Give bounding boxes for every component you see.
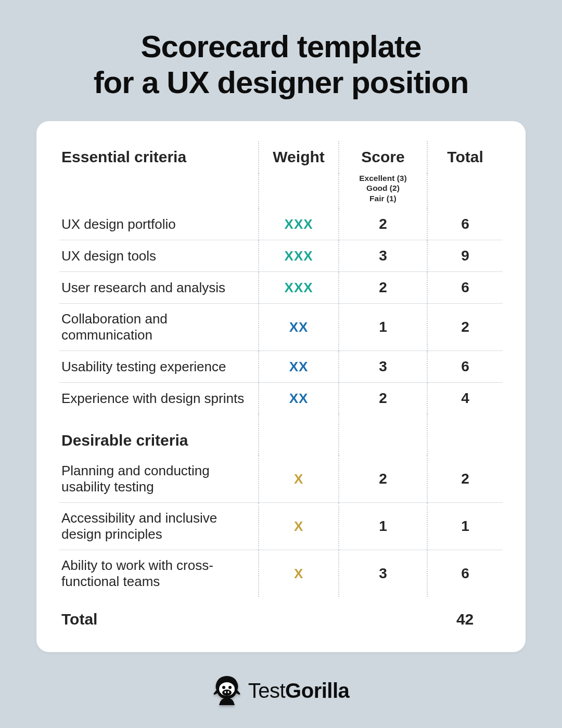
svg-point-4 xyxy=(224,691,226,693)
title-line-1: Scorecard template xyxy=(141,29,422,64)
score-cell: 3 xyxy=(339,351,427,383)
criteria-cell: Planning and conducting usability testin… xyxy=(59,456,259,503)
criteria-cell: Usability testing experience xyxy=(59,351,259,383)
brand-text: TestGorilla xyxy=(248,679,350,703)
gorilla-icon xyxy=(213,675,241,706)
col-header-score: Score xyxy=(339,141,427,173)
desirable-section-header: Desirable criteria xyxy=(59,414,503,456)
criteria-cell: Accessibility and inclusive design princ… xyxy=(59,503,259,550)
svg-point-5 xyxy=(227,691,229,693)
weight-cell: XXX xyxy=(259,272,338,304)
score-cell: 3 xyxy=(339,550,427,597)
brand-text-part1: Test xyxy=(248,679,285,702)
total-cell: 9 xyxy=(427,240,503,272)
col-header-criteria: Essential criteria xyxy=(59,141,259,173)
total-cell: 1 xyxy=(427,503,503,550)
svg-point-3 xyxy=(222,690,232,696)
svg-point-2 xyxy=(228,686,232,689)
score-legend-excellent: Excellent (3) xyxy=(359,174,406,183)
score-cell: 1 xyxy=(339,304,427,351)
weight-cell: X xyxy=(259,550,338,597)
grand-total-label: Total xyxy=(59,597,259,635)
score-cell: 2 xyxy=(339,383,427,414)
col-header-weight: Weight xyxy=(259,141,338,173)
criteria-cell: Collaboration and communication xyxy=(59,304,259,351)
total-cell: 6 xyxy=(427,272,503,304)
total-cell: 2 xyxy=(427,456,503,503)
score-cell: 2 xyxy=(339,456,427,503)
total-cell: 6 xyxy=(427,550,503,597)
weight-cell: XX xyxy=(259,383,338,414)
table-row: Collaboration and communicationXX12 xyxy=(59,304,503,351)
criteria-cell: UX design portfolio xyxy=(59,209,259,240)
table-row: Ability to work with cross-functional te… xyxy=(59,550,503,597)
weight-cell: XX xyxy=(259,351,338,383)
desirable-header-label: Desirable criteria xyxy=(59,414,259,456)
grand-total-value: 42 xyxy=(427,597,503,635)
criteria-cell: User research and analysis xyxy=(59,272,259,304)
table-header-row: Essential criteria Weight Score Total xyxy=(59,141,503,173)
score-legend-fair: Fair (1) xyxy=(369,194,397,203)
table-row: User research and analysisXXX26 xyxy=(59,272,503,304)
total-cell: 2 xyxy=(427,304,503,351)
weight-cell: XX xyxy=(259,304,338,351)
table-row: Experience with design sprintsXX24 xyxy=(59,383,503,414)
score-cell: 1 xyxy=(339,503,427,550)
total-cell: 6 xyxy=(427,351,503,383)
table-row: UX design toolsXXX39 xyxy=(59,240,503,272)
score-cell: 2 xyxy=(339,209,427,240)
weight-cell: XXX xyxy=(259,240,338,272)
table-row: Usability testing experienceXX36 xyxy=(59,351,503,383)
table-row: Planning and conducting usability testin… xyxy=(59,456,503,503)
title-line-2: for a UX designer position xyxy=(94,65,469,100)
criteria-cell: Ability to work with cross-functional te… xyxy=(59,550,259,597)
page-title: Scorecard template for a UX designer pos… xyxy=(36,29,526,100)
table-row: UX design portfolioXXX26 xyxy=(59,209,503,240)
score-cell: 2 xyxy=(339,272,427,304)
total-cell: 4 xyxy=(427,383,503,414)
score-cell: 3 xyxy=(339,240,427,272)
col-header-total: Total xyxy=(427,141,503,173)
weight-cell: XXX xyxy=(259,209,338,240)
grand-total-row: Total 42 xyxy=(59,597,503,635)
total-cell: 6 xyxy=(427,209,503,240)
table-row: Accessibility and inclusive design princ… xyxy=(59,503,503,550)
score-legend-good: Good (2) xyxy=(366,184,400,192)
criteria-cell: Experience with design sprints xyxy=(59,383,259,414)
score-legend-row: Excellent (3) Good (2) Fair (1) xyxy=(59,173,503,209)
brand-text-part2: Gorilla xyxy=(285,679,349,702)
criteria-cell: UX design tools xyxy=(59,240,259,272)
weight-cell: X xyxy=(259,456,338,503)
scorecard-table: Essential criteria Weight Score Total Ex… xyxy=(59,141,503,635)
scorecard-card: Essential criteria Weight Score Total Ex… xyxy=(36,121,526,652)
score-legend: Excellent (3) Good (2) Fair (1) xyxy=(339,173,427,209)
weight-cell: X xyxy=(259,503,338,550)
svg-point-1 xyxy=(222,686,225,689)
brand-logo: TestGorilla xyxy=(36,675,526,708)
